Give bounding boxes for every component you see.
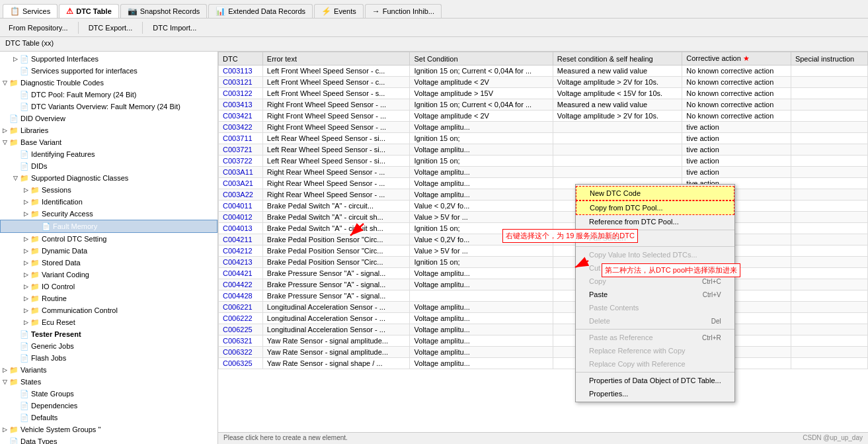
ctx-item-properties[interactable]: Properties... xyxy=(576,387,734,400)
tree-item-routine[interactable]: ▷ 📁 Routine xyxy=(0,292,217,304)
ctx-item-paste[interactable]: PasteCtrl+V xyxy=(576,288,734,301)
table-row[interactable]: C003422Right Front Wheel Speed Sensor - … xyxy=(219,122,868,133)
tree-item-fault-memory[interactable]: 📄 Fault Memory xyxy=(0,220,217,233)
table-row[interactable]: C004013Brake Pedal Switch "A" - circuit … xyxy=(219,223,868,234)
ctx-item-properties-data[interactable]: Properties of Data Object of DTC Table..… xyxy=(576,374,734,387)
tree-item-dtc-pool[interactable]: 📄 DTC Pool: Fault Memory (24 Bit) xyxy=(0,89,217,101)
tree-item-communication-control[interactable]: ▷ 📁 Communication Control xyxy=(0,304,217,316)
ctx-item-label: Properties... xyxy=(589,390,628,398)
dtc-table-label: DTC Table (xx) xyxy=(5,39,54,47)
table-row[interactable]: C003121Left Front Wheel Speed Sensor - c… xyxy=(219,77,868,88)
ctx-item-label: Properties of Data Object of DTC Table..… xyxy=(589,377,721,384)
status-bar: Please click here to create a new elemen… xyxy=(218,432,868,444)
table-row[interactable]: C003413Right Front Wheel Speed Sensor - … xyxy=(219,99,868,111)
tab-dtc-table[interactable]: ⚠ DTC Table xyxy=(59,4,119,18)
tree-item-supported-diagnostic-classes[interactable]: ▽ 📁 Supported Diagnostic Classes xyxy=(0,172,217,184)
ctx-item-copy-from-pool[interactable]: Copy from DTC Pool... xyxy=(576,200,734,215)
tree-item-dynamic-data[interactable]: ▷ 📁 Dynamic Data xyxy=(0,245,217,257)
table-row[interactable]: C003A22Right Rear Wheel Speed Sensor - .… xyxy=(219,189,868,200)
tab-services[interactable]: 📋 Services xyxy=(3,4,58,18)
table-row[interactable]: C003721Left Rear Wheel Speed Sensor - si… xyxy=(219,144,868,155)
table-row[interactable]: C004422Brake Pressure Sensor "A" - signa… xyxy=(219,279,868,290)
tab-extended-data[interactable]: 📊 Extended Data Records xyxy=(208,4,313,18)
tree-item-vehicle-system-groups[interactable]: ▷ 📁 Vehicle System Groups " xyxy=(0,423,217,435)
table-row[interactable]: C006221Longitudinal Acceleration Sensor … xyxy=(219,302,868,313)
table-row[interactable]: C003711Left Rear Wheel Speed Sensor - si… xyxy=(219,133,868,144)
table-row[interactable]: C006322Yaw Rate Sensor - signal amplitud… xyxy=(219,347,868,358)
tree-item-identification[interactable]: ▷ 📁 Identification xyxy=(0,196,217,208)
services-tab-icon: 📋 xyxy=(10,7,20,16)
tab-function-inhib-label: Function Inhib... xyxy=(383,7,434,15)
ctx-item-shortcut: Ctrl+V xyxy=(703,291,721,298)
table-row[interactable]: C006321Yaw Rate Sensor - signal amplitud… xyxy=(219,335,868,347)
col-set-condition: Set Condition xyxy=(410,52,553,66)
ctx-item-new-dtc-code[interactable]: New DTC Code xyxy=(576,186,734,200)
table-row[interactable]: C004428Brake Pressure Sensor "A" - signa… xyxy=(219,290,868,302)
ctx-item-label: Paste xyxy=(589,290,608,298)
tree-item-io-control[interactable]: ▷ 📁 IO Control xyxy=(0,281,217,292)
ctx-item-shortcut: Ctrl+R xyxy=(702,334,721,341)
tab-function-inhib[interactable]: → Function Inhib... xyxy=(365,4,442,18)
tree-item-supported-interfaces[interactable]: ▷ 📄 Supported Interfaces xyxy=(0,53,217,65)
table-row[interactable]: C006225Longitudinal Acceleration Sensor … xyxy=(219,324,868,335)
tree-item-services-for-interfaces[interactable]: 📄 Services supported for interfaces xyxy=(0,65,217,77)
tree-item-stored-data[interactable]: ▷ 📁 Stored Data xyxy=(0,257,217,269)
tab-services-label: Services xyxy=(22,7,50,15)
tree-item-identifying-features[interactable]: 📄 Identifying Features xyxy=(0,148,217,160)
table-row[interactable]: C003722Left Rear Wheel Speed Sensor - si… xyxy=(219,155,868,167)
tree-item-diagnostic-trouble-codes[interactable]: ▽ 📁 Diagnostic Trouble Codes xyxy=(0,77,217,89)
table-row[interactable]: C004011Brake Pedal Switch "A" - circuit.… xyxy=(219,200,868,212)
col-reset-condition: Reset condition & self healing xyxy=(553,52,682,66)
table-row[interactable]: C003A11Right Rear Wheel Speed Sensor - .… xyxy=(219,167,868,178)
tree-item-dtc-variants[interactable]: 📄 DTC Variants Overview: Fault Memory (2… xyxy=(0,101,217,112)
tree-item-flash-jobs[interactable]: 📄 Flash Jobs xyxy=(0,352,217,364)
tree-item-libraries[interactable]: ▷ 📁 Libraries xyxy=(0,124,217,136)
table-row[interactable]: C003A21Right Rear Wheel Speed Sensor - .… xyxy=(219,178,868,189)
tree-item-tester-present[interactable]: 📄 Tester Present xyxy=(0,328,217,340)
tab-snapshot-label: Snapshot Records xyxy=(140,7,200,15)
tree-item-state-groups[interactable]: 📄 State Groups xyxy=(0,388,217,400)
col-error-text: Error text xyxy=(262,52,410,66)
tree-item-variants[interactable]: ▷ 📁 Variants xyxy=(0,364,217,376)
status-text: Please click here to create a new elemen… xyxy=(223,434,348,441)
tab-events[interactable]: ⚡ Events xyxy=(314,4,364,18)
tree-item-dids[interactable]: 📄 DIDs xyxy=(0,160,217,172)
ctx-item-cut: CutCtrl+X xyxy=(576,261,734,275)
ctx-item-paste-contents: Paste Contents xyxy=(576,301,734,314)
from-repository-button[interactable]: From Repository... xyxy=(4,22,73,34)
table-row[interactable]: C003122Left Front Wheel Speed Sensor - s… xyxy=(219,88,868,99)
table-row[interactable]: C006222Longitudinal Acceleration Sensor … xyxy=(219,313,868,324)
tree-item-dependencies[interactable]: 📄 Dependencies xyxy=(0,400,217,412)
table-row[interactable]: C003421Right Front Wheel Speed Sensor - … xyxy=(219,111,868,122)
toolbar: From Repository... DTC Export... DTC Imp… xyxy=(0,19,868,37)
table-row[interactable]: C004213Brake Pedal Position Sensor "Circ… xyxy=(219,257,868,268)
tree-item-ecu-reset[interactable]: ▷ 📁 Ecu Reset xyxy=(0,316,217,328)
context-menu-separator xyxy=(576,372,734,373)
tree-item-did-overview[interactable]: 📄 DID Overview xyxy=(0,112,217,124)
tree-item-sessions[interactable]: ▷ 📁 Sessions xyxy=(0,184,217,196)
table-row[interactable]: C003113Left Front Wheel Speed Sensor - c… xyxy=(219,66,868,77)
table-row[interactable]: C006325Yaw Rate Sensor - signal shape / … xyxy=(219,358,868,369)
ctx-item-label: Replace Reference with Copy xyxy=(589,347,686,355)
tree-item-control-dtc-setting[interactable]: ▷ 📁 Control DTC Setting xyxy=(0,233,217,245)
ctx-item-full-screen[interactable]: Full Screen xyxy=(576,232,734,245)
dtc-table-container[interactable]: DTC Error text Set Condition Reset condi… xyxy=(218,52,868,432)
table-row[interactable]: C004421Brake Pressure Sensor "A" - signa… xyxy=(219,268,868,279)
dtc-import-button[interactable]: DTC Import... xyxy=(148,22,201,34)
table-row[interactable]: C004212Brake Pedal Position Sensor "Circ… xyxy=(219,245,868,257)
tree-item-base-variant[interactable]: ▽ 📁 Base Variant xyxy=(0,136,217,148)
context-menu: New DTC CodeCopy from DTC Pool...Referen… xyxy=(575,184,735,402)
tree-item-states[interactable]: ▽ 📁 States xyxy=(0,376,217,388)
table-row[interactable]: C004012Brake Pedal Switch "A" - circuit … xyxy=(219,212,868,223)
tree-item-security-access[interactable]: ▷ 📁 Security Access xyxy=(0,208,217,220)
tree-item-data-types[interactable]: 📄 Data Types xyxy=(0,435,217,444)
tree-item-generic-jobs[interactable]: 📄 Generic Jobs xyxy=(0,340,217,352)
toolbar-separator-1 xyxy=(78,22,79,34)
tab-snapshot[interactable]: 📷 Snapshot Records xyxy=(120,4,208,18)
ctx-item-reference-from-pool[interactable]: Reference from DTC Pool... xyxy=(576,215,734,228)
tree-item-defaults[interactable]: 📄 Defaults xyxy=(0,412,217,423)
table-row[interactable]: C004211Brake Pedal Position Sensor "Circ… xyxy=(219,234,868,245)
ctx-item-label: Copy from DTC Pool... xyxy=(590,204,663,212)
dtc-export-button[interactable]: DTC Export... xyxy=(84,22,138,34)
tree-item-variant-coding[interactable]: ▷ 📁 Variant Coding xyxy=(0,269,217,281)
